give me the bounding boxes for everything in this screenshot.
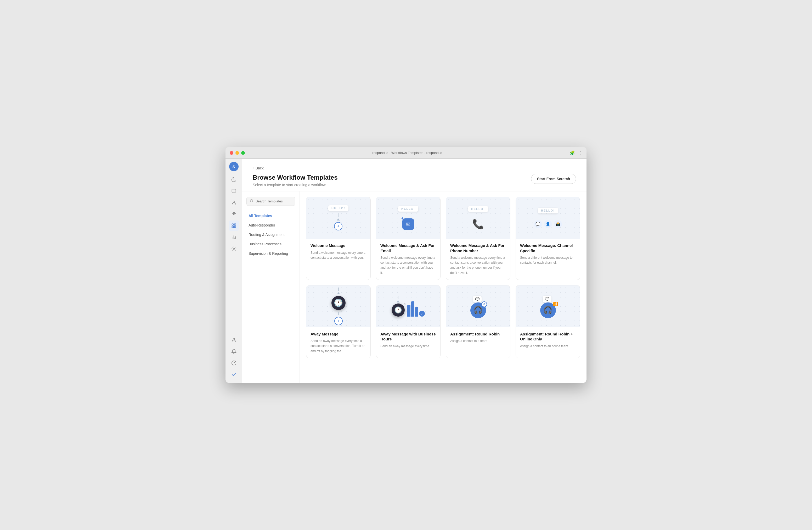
svg-rect-3: [232, 224, 233, 225]
start-from-scratch-button[interactable]: Start From Scratch: [531, 174, 576, 184]
template-card-body: Welcome Message & Ask For Email Send a w…: [376, 239, 440, 280]
user-icon: [231, 337, 236, 343]
search-icon: [250, 199, 253, 204]
traffic-lights: [230, 151, 245, 155]
sidebar-item-user[interactable]: [229, 335, 239, 345]
template-card-title: Welcome Message & Ask For Email: [380, 243, 436, 253]
template-card-title: Assignment: Round Robin: [450, 332, 506, 337]
help-icon: [231, 360, 236, 365]
content-area: All TemplatesAuto-ResponderRouting & Ass…: [242, 192, 586, 383]
template-card-body: Away Message Send an away message every …: [306, 327, 371, 358]
template-card-body: Welcome Message & Ask For Phone Number S…: [446, 239, 510, 280]
sidebar-item-reports[interactable]: [229, 232, 239, 242]
contact-icon: [231, 200, 236, 205]
svg-rect-6: [234, 226, 236, 228]
template-card-image: 💬 🎧 📶: [516, 285, 580, 327]
template-card-away-message[interactable]: 🕐 + Away Message Send an away message ev…: [306, 285, 371, 358]
template-card-welcome-message[interactable]: HELLO! + Welcome Message Send a welcome …: [306, 197, 371, 280]
template-card-image: HELLO! ✦ ✉: [376, 197, 440, 239]
reports-icon: [231, 235, 236, 240]
template-card-title: Assignment: Round Robin + Online Only: [520, 332, 576, 342]
back-label: Back: [256, 166, 264, 170]
avatar[interactable]: S: [229, 162, 238, 171]
app-window: respond.io - Workflows Templates - respo…: [226, 147, 586, 383]
svg-point-11: [250, 199, 253, 202]
chat-icon: [231, 189, 236, 194]
template-card-image: 💬 🎧 ↺: [446, 285, 510, 327]
svg-point-2: [233, 214, 234, 214]
template-card-body: Away Message with Business Hours Send an…: [376, 327, 440, 353]
filter-item-routing[interactable]: Routing & Assignment: [246, 230, 295, 239]
bell-icon: [231, 349, 236, 354]
template-card-image: HELLO! 💬 👤 📸: [516, 197, 580, 239]
template-card-round-robin-online[interactable]: 💬 🎧 📶 Assignment: Round Robin + Online O…: [516, 285, 580, 358]
back-link[interactable]: ‹ Back: [253, 166, 576, 170]
template-card-welcome-phone[interactable]: HELLO! 📞 Welcome Message & Ask For Phone…: [446, 197, 510, 280]
sidebar-bottom: [229, 335, 239, 380]
template-card-desc: Send a different welcome message to cont…: [520, 255, 576, 265]
back-chevron-icon: ‹: [253, 166, 254, 170]
template-card-desc: Send a welcome message every time a cont…: [380, 255, 436, 276]
filter-list: All TemplatesAuto-ResponderRouting & Ass…: [246, 211, 295, 258]
template-card-body: Welcome Message: Channel Specific Send a…: [516, 239, 580, 269]
svg-point-1: [233, 201, 235, 203]
filter-sidebar: All TemplatesAuto-ResponderRouting & Ass…: [242, 192, 300, 383]
svg-point-8: [233, 338, 235, 340]
page-header: ‹ Back Browse Workflow Templates Select …: [242, 159, 586, 192]
template-card-title: Welcome Message: [310, 243, 366, 248]
more-icon[interactable]: ⋮: [578, 150, 582, 155]
sidebar-item-workflow[interactable]: [229, 221, 239, 231]
filter-item-supervision[interactable]: Supervision & Reporting: [246, 249, 295, 258]
template-card-round-robin[interactable]: 💬 🎧 ↺ Assignment: Round Robin Assign a c…: [446, 285, 510, 358]
template-card-title: Away Message: [310, 332, 366, 337]
template-card-image: 🕐 ✳ ✓: [376, 285, 440, 327]
template-card-desc: Assign a contact to a team: [450, 338, 506, 344]
templates-grid: HELLO! + Welcome Message Send a welcome …: [306, 197, 580, 358]
sidebar-item-contact[interactable]: [229, 197, 239, 208]
sidebar-item-settings[interactable]: [229, 243, 239, 254]
tasks-icon: [231, 372, 236, 377]
extension-icon[interactable]: 🧩: [570, 150, 575, 155]
filter-item-business[interactable]: Business Processes: [246, 239, 295, 249]
page-subtitle: Select a template to start creating a wo…: [253, 183, 338, 187]
window-title: respond.io - Workflows Templates - respo…: [245, 151, 570, 155]
workflow-icon: [231, 223, 236, 228]
maximize-button[interactable]: [241, 151, 245, 155]
search-box[interactable]: [246, 197, 295, 206]
template-card-title: Welcome Message: Channel Specific: [520, 243, 576, 253]
template-card-body: Welcome Message Send a welcome message e…: [306, 239, 371, 264]
close-button[interactable]: [230, 151, 233, 155]
sidebar-item-help[interactable]: [229, 358, 239, 368]
left-sidebar: S: [226, 159, 242, 383]
template-card-welcome-email[interactable]: HELLO! ✦ ✉ Welcome Message & Ask For Ema…: [376, 197, 440, 280]
sidebar-item-speed[interactable]: [229, 175, 239, 185]
filter-item-auto-responder[interactable]: Auto-Responder: [246, 221, 295, 230]
template-card-desc: Send an away message every time a contac…: [310, 338, 366, 354]
titlebar: respond.io - Workflows Templates - respo…: [226, 147, 586, 159]
template-card-image: HELLO! +: [306, 197, 371, 239]
svg-rect-4: [234, 224, 236, 225]
titlebar-actions: 🧩 ⋮: [570, 150, 582, 155]
template-card-away-business[interactable]: 🕐 ✳ ✓ Away Message with Business Hours S…: [376, 285, 440, 358]
svg-line-12: [252, 201, 253, 203]
main-content: ‹ Back Browse Workflow Templates Select …: [242, 159, 586, 383]
template-card-desc: Assign a contact to an online team: [520, 344, 576, 349]
sidebar-item-bell[interactable]: [229, 346, 239, 357]
template-card-title: Welcome Message & Ask For Phone Number: [450, 243, 506, 253]
svg-point-7: [233, 248, 234, 250]
template-card-body: Assignment: Round Robin + Online Only As…: [516, 327, 580, 353]
sidebar-item-broadcast[interactable]: [229, 209, 239, 220]
settings-icon: [231, 246, 236, 251]
speed-icon: [231, 177, 236, 182]
sidebar-item-chat[interactable]: [229, 186, 239, 196]
page-title-row: Browse Workflow Templates Select a templ…: [253, 174, 576, 187]
template-card-desc: Send a welcome message every time a cont…: [450, 255, 506, 276]
sidebar-item-tasks[interactable]: [229, 369, 239, 380]
minimize-button[interactable]: [235, 151, 239, 155]
filter-item-all[interactable]: All Templates: [246, 211, 295, 221]
search-input[interactable]: [256, 199, 292, 203]
template-card-body: Assignment: Round Robin Assign a contact…: [446, 327, 510, 348]
template-card-welcome-channel[interactable]: HELLO! 💬 👤 📸 Welcome Message: Channel Sp…: [516, 197, 580, 280]
template-card-title: Away Message with Business Hours: [380, 332, 436, 342]
svg-rect-0: [232, 189, 236, 193]
